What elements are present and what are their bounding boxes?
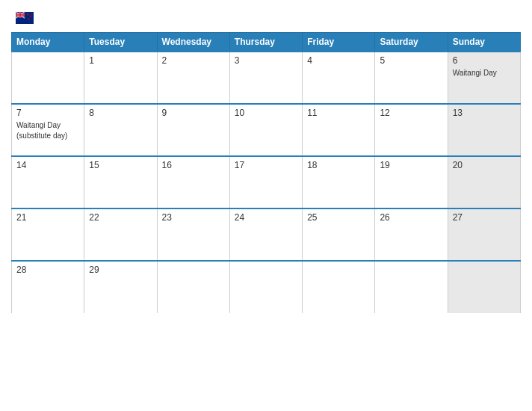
day-of-week-header: Saturday	[375, 33, 448, 52]
header	[11, 11, 521, 25]
day-number: 3	[235, 55, 297, 66]
calendar-day-cell: 26	[375, 208, 448, 261]
svg-rect-9	[16, 14, 25, 16]
day-number: 1	[89, 55, 152, 66]
day-number: 2	[162, 55, 225, 66]
calendar-day-cell: 8	[84, 104, 157, 156]
calendar-day-cell: 14	[12, 156, 84, 208]
svg-point-11	[30, 15, 31, 16]
calendar-day-cell: 6Waitangi Day	[448, 52, 520, 104]
day-number: 20	[453, 160, 516, 170]
calendar-day-cell	[229, 261, 302, 313]
day-number: 22	[89, 212, 152, 223]
holiday-label: Waitangi Day	[453, 69, 497, 77]
calendar-day-cell: 7Waitangi Day (substitute day)	[12, 104, 84, 156]
calendar-day-cell: 10	[229, 104, 302, 156]
calendar-day-cell	[303, 261, 375, 313]
calendar-day-cell: 16	[157, 156, 229, 208]
day-number: 15	[89, 160, 152, 170]
day-number: 13	[453, 108, 516, 118]
day-number: 28	[16, 265, 79, 275]
day-number: 29	[89, 265, 152, 275]
svg-point-10	[27, 13, 28, 15]
calendar-week-row: 21222324252627	[12, 208, 521, 261]
calendar-day-cell: 24	[229, 208, 302, 261]
calendar-header-row: MondayTuesdayWednesdayThursdayFridaySatu…	[12, 33, 521, 52]
calendar-day-cell: 23	[157, 208, 229, 261]
calendar-day-cell: 15	[84, 156, 157, 208]
calendar-day-cell	[12, 52, 84, 104]
calendar-week-row: 123456Waitangi Day	[12, 52, 521, 104]
day-number: 11	[307, 108, 370, 118]
day-number: 6	[453, 55, 516, 66]
day-number: 8	[89, 108, 152, 118]
logo-flag-icon	[16, 11, 34, 25]
day-number: 4	[307, 55, 370, 66]
calendar-day-cell: 25	[303, 208, 375, 261]
day-number: 7	[16, 108, 79, 118]
calendar-day-cell	[375, 261, 448, 313]
day-number: 5	[380, 55, 442, 66]
calendar-day-cell: 1	[84, 52, 157, 104]
calendar-day-cell: 29	[84, 261, 157, 313]
calendar-day-cell: 22	[84, 208, 157, 261]
calendar-day-cell: 20	[448, 156, 520, 208]
day-number: 9	[162, 108, 225, 118]
day-of-week-header: Friday	[303, 33, 375, 52]
day-number: 19	[380, 160, 442, 170]
calendar-day-cell: 19	[375, 156, 448, 208]
holiday-label: Waitangi Day (substitute day)	[16, 121, 67, 140]
calendar-day-cell: 21	[12, 208, 84, 261]
day-number: 24	[235, 212, 297, 223]
calendar-day-cell	[157, 261, 229, 313]
calendar-day-cell: 17	[229, 156, 302, 208]
day-number: 18	[307, 160, 370, 170]
calendar-week-row: 7Waitangi Day (substitute day)8910111213	[12, 104, 521, 156]
calendar-day-cell: 12	[375, 104, 448, 156]
calendar-day-cell: 3	[229, 52, 302, 104]
calendar-day-cell: 2	[157, 52, 229, 104]
calendar-week-row: 14151617181920	[12, 156, 521, 208]
calendar-week-row: 2829	[12, 261, 521, 313]
calendar-page: MondayTuesdayWednesdayThursdayFridaySatu…	[0, 0, 532, 411]
day-of-week-header: Wednesday	[157, 33, 229, 52]
day-of-week-header: Monday	[12, 33, 84, 52]
svg-point-13	[31, 13, 33, 15]
day-number: 16	[162, 160, 225, 170]
calendar-day-cell: 27	[448, 208, 520, 261]
calendar-day-cell: 13	[448, 104, 520, 156]
day-number: 25	[307, 212, 370, 223]
day-of-week-header: Thursday	[229, 33, 302, 52]
calendar-day-cell: 11	[303, 104, 375, 156]
day-of-week-header: Tuesday	[84, 33, 157, 52]
calendar-day-cell	[448, 261, 520, 313]
calendar-day-cell: 5	[375, 52, 448, 104]
day-number: 17	[235, 160, 297, 170]
calendar-day-cell: 9	[157, 104, 229, 156]
day-number: 12	[380, 108, 442, 118]
day-number: 27	[453, 212, 516, 223]
day-number: 10	[235, 108, 297, 118]
day-number: 23	[162, 212, 225, 223]
day-of-week-header: Sunday	[448, 33, 520, 52]
svg-point-12	[28, 18, 29, 19]
calendar-day-cell: 4	[303, 52, 375, 104]
day-number: 21	[16, 212, 79, 223]
day-number: 26	[380, 212, 442, 223]
calendar-day-cell: 18	[303, 156, 375, 208]
calendar-table: MondayTuesdayWednesdayThursdayFridaySatu…	[11, 32, 521, 313]
calendar-day-cell: 28	[12, 261, 84, 313]
day-number: 14	[16, 160, 79, 170]
logo	[11, 11, 37, 25]
